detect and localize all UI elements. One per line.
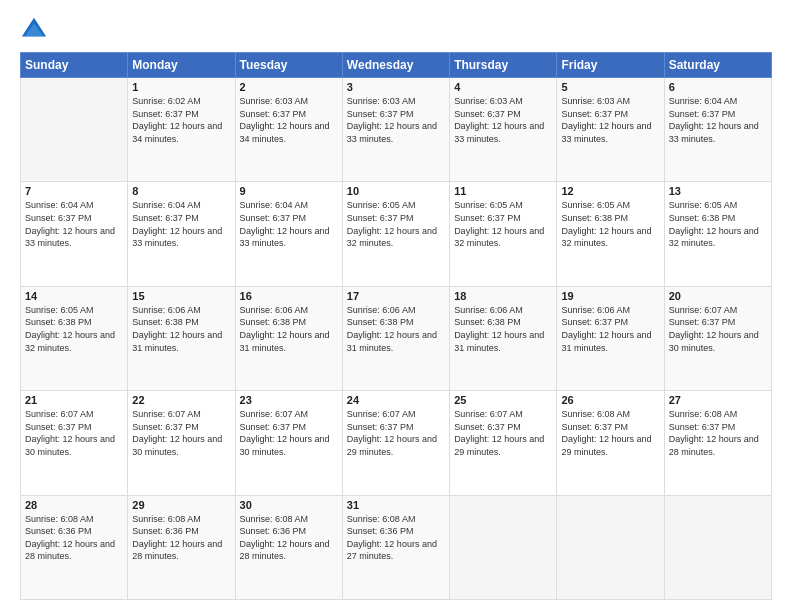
day-info: Sunrise: 6:07 AMSunset: 6:37 PMDaylight:…	[240, 408, 338, 458]
day-number: 19	[561, 290, 659, 302]
day-info: Sunrise: 6:07 AMSunset: 6:37 PMDaylight:…	[347, 408, 445, 458]
calendar-cell: 19Sunrise: 6:06 AMSunset: 6:37 PMDayligh…	[557, 286, 664, 390]
day-number: 23	[240, 394, 338, 406]
day-header-saturday: Saturday	[664, 53, 771, 78]
calendar-week-1: 7Sunrise: 6:04 AMSunset: 6:37 PMDaylight…	[21, 182, 772, 286]
day-number: 27	[669, 394, 767, 406]
day-info: Sunrise: 6:03 AMSunset: 6:37 PMDaylight:…	[561, 95, 659, 145]
calendar-cell: 12Sunrise: 6:05 AMSunset: 6:38 PMDayligh…	[557, 182, 664, 286]
day-info: Sunrise: 6:08 AMSunset: 6:36 PMDaylight:…	[25, 513, 123, 563]
logo-icon	[20, 16, 48, 44]
day-info: Sunrise: 6:05 AMSunset: 6:37 PMDaylight:…	[347, 199, 445, 249]
day-info: Sunrise: 6:08 AMSunset: 6:36 PMDaylight:…	[347, 513, 445, 563]
day-header-tuesday: Tuesday	[235, 53, 342, 78]
day-number: 17	[347, 290, 445, 302]
day-number: 9	[240, 185, 338, 197]
day-info: Sunrise: 6:04 AMSunset: 6:37 PMDaylight:…	[669, 95, 767, 145]
day-number: 3	[347, 81, 445, 93]
day-number: 7	[25, 185, 123, 197]
calendar-cell: 23Sunrise: 6:07 AMSunset: 6:37 PMDayligh…	[235, 391, 342, 495]
day-number: 31	[347, 499, 445, 511]
day-number: 20	[669, 290, 767, 302]
calendar-cell: 10Sunrise: 6:05 AMSunset: 6:37 PMDayligh…	[342, 182, 449, 286]
page: SundayMondayTuesdayWednesdayThursdayFrid…	[0, 0, 792, 612]
day-header-friday: Friday	[557, 53, 664, 78]
day-number: 15	[132, 290, 230, 302]
day-info: Sunrise: 6:03 AMSunset: 6:37 PMDaylight:…	[347, 95, 445, 145]
calendar-cell: 16Sunrise: 6:06 AMSunset: 6:38 PMDayligh…	[235, 286, 342, 390]
calendar-cell: 24Sunrise: 6:07 AMSunset: 6:37 PMDayligh…	[342, 391, 449, 495]
day-number: 10	[347, 185, 445, 197]
calendar-cell: 4Sunrise: 6:03 AMSunset: 6:37 PMDaylight…	[450, 78, 557, 182]
calendar-cell: 25Sunrise: 6:07 AMSunset: 6:37 PMDayligh…	[450, 391, 557, 495]
calendar-body: 1Sunrise: 6:02 AMSunset: 6:37 PMDaylight…	[21, 78, 772, 600]
day-number: 4	[454, 81, 552, 93]
day-number: 12	[561, 185, 659, 197]
calendar-cell: 27Sunrise: 6:08 AMSunset: 6:37 PMDayligh…	[664, 391, 771, 495]
calendar-week-4: 28Sunrise: 6:08 AMSunset: 6:36 PMDayligh…	[21, 495, 772, 599]
day-number: 21	[25, 394, 123, 406]
day-info: Sunrise: 6:07 AMSunset: 6:37 PMDaylight:…	[132, 408, 230, 458]
day-header-thursday: Thursday	[450, 53, 557, 78]
day-info: Sunrise: 6:05 AMSunset: 6:38 PMDaylight:…	[25, 304, 123, 354]
calendar-cell: 26Sunrise: 6:08 AMSunset: 6:37 PMDayligh…	[557, 391, 664, 495]
day-number: 8	[132, 185, 230, 197]
day-number: 1	[132, 81, 230, 93]
calendar-cell: 29Sunrise: 6:08 AMSunset: 6:36 PMDayligh…	[128, 495, 235, 599]
day-number: 16	[240, 290, 338, 302]
day-number: 14	[25, 290, 123, 302]
calendar-week-0: 1Sunrise: 6:02 AMSunset: 6:37 PMDaylight…	[21, 78, 772, 182]
day-info: Sunrise: 6:05 AMSunset: 6:37 PMDaylight:…	[454, 199, 552, 249]
day-number: 11	[454, 185, 552, 197]
calendar-cell: 15Sunrise: 6:06 AMSunset: 6:38 PMDayligh…	[128, 286, 235, 390]
day-info: Sunrise: 6:06 AMSunset: 6:38 PMDaylight:…	[347, 304, 445, 354]
day-info: Sunrise: 6:06 AMSunset: 6:38 PMDaylight:…	[132, 304, 230, 354]
calendar-cell: 17Sunrise: 6:06 AMSunset: 6:38 PMDayligh…	[342, 286, 449, 390]
day-info: Sunrise: 6:03 AMSunset: 6:37 PMDaylight:…	[454, 95, 552, 145]
day-number: 24	[347, 394, 445, 406]
calendar-cell: 28Sunrise: 6:08 AMSunset: 6:36 PMDayligh…	[21, 495, 128, 599]
day-info: Sunrise: 6:08 AMSunset: 6:37 PMDaylight:…	[561, 408, 659, 458]
day-number: 6	[669, 81, 767, 93]
day-number: 26	[561, 394, 659, 406]
calendar-cell: 6Sunrise: 6:04 AMSunset: 6:37 PMDaylight…	[664, 78, 771, 182]
calendar-cell: 2Sunrise: 6:03 AMSunset: 6:37 PMDaylight…	[235, 78, 342, 182]
logo	[20, 16, 52, 44]
calendar-table: SundayMondayTuesdayWednesdayThursdayFrid…	[20, 52, 772, 600]
day-info: Sunrise: 6:05 AMSunset: 6:38 PMDaylight:…	[561, 199, 659, 249]
day-header-wednesday: Wednesday	[342, 53, 449, 78]
day-info: Sunrise: 6:03 AMSunset: 6:37 PMDaylight:…	[240, 95, 338, 145]
day-info: Sunrise: 6:08 AMSunset: 6:36 PMDaylight:…	[132, 513, 230, 563]
calendar-cell: 21Sunrise: 6:07 AMSunset: 6:37 PMDayligh…	[21, 391, 128, 495]
calendar-header-row: SundayMondayTuesdayWednesdayThursdayFrid…	[21, 53, 772, 78]
day-info: Sunrise: 6:06 AMSunset: 6:38 PMDaylight:…	[240, 304, 338, 354]
calendar-cell	[557, 495, 664, 599]
day-info: Sunrise: 6:04 AMSunset: 6:37 PMDaylight:…	[240, 199, 338, 249]
day-info: Sunrise: 6:06 AMSunset: 6:37 PMDaylight:…	[561, 304, 659, 354]
calendar-cell: 18Sunrise: 6:06 AMSunset: 6:38 PMDayligh…	[450, 286, 557, 390]
day-info: Sunrise: 6:05 AMSunset: 6:38 PMDaylight:…	[669, 199, 767, 249]
calendar-cell: 13Sunrise: 6:05 AMSunset: 6:38 PMDayligh…	[664, 182, 771, 286]
calendar-cell	[21, 78, 128, 182]
calendar-cell: 9Sunrise: 6:04 AMSunset: 6:37 PMDaylight…	[235, 182, 342, 286]
day-info: Sunrise: 6:07 AMSunset: 6:37 PMDaylight:…	[454, 408, 552, 458]
calendar-cell: 11Sunrise: 6:05 AMSunset: 6:37 PMDayligh…	[450, 182, 557, 286]
calendar-cell: 7Sunrise: 6:04 AMSunset: 6:37 PMDaylight…	[21, 182, 128, 286]
day-number: 18	[454, 290, 552, 302]
day-info: Sunrise: 6:04 AMSunset: 6:37 PMDaylight:…	[25, 199, 123, 249]
day-info: Sunrise: 6:04 AMSunset: 6:37 PMDaylight:…	[132, 199, 230, 249]
calendar-week-2: 14Sunrise: 6:05 AMSunset: 6:38 PMDayligh…	[21, 286, 772, 390]
calendar-cell: 1Sunrise: 6:02 AMSunset: 6:37 PMDaylight…	[128, 78, 235, 182]
calendar-cell: 8Sunrise: 6:04 AMSunset: 6:37 PMDaylight…	[128, 182, 235, 286]
calendar-cell	[450, 495, 557, 599]
day-number: 25	[454, 394, 552, 406]
day-number: 30	[240, 499, 338, 511]
day-header-monday: Monday	[128, 53, 235, 78]
calendar-cell: 31Sunrise: 6:08 AMSunset: 6:36 PMDayligh…	[342, 495, 449, 599]
day-info: Sunrise: 6:08 AMSunset: 6:36 PMDaylight:…	[240, 513, 338, 563]
day-number: 22	[132, 394, 230, 406]
day-info: Sunrise: 6:06 AMSunset: 6:38 PMDaylight:…	[454, 304, 552, 354]
day-number: 29	[132, 499, 230, 511]
day-info: Sunrise: 6:07 AMSunset: 6:37 PMDaylight:…	[25, 408, 123, 458]
day-info: Sunrise: 6:08 AMSunset: 6:37 PMDaylight:…	[669, 408, 767, 458]
